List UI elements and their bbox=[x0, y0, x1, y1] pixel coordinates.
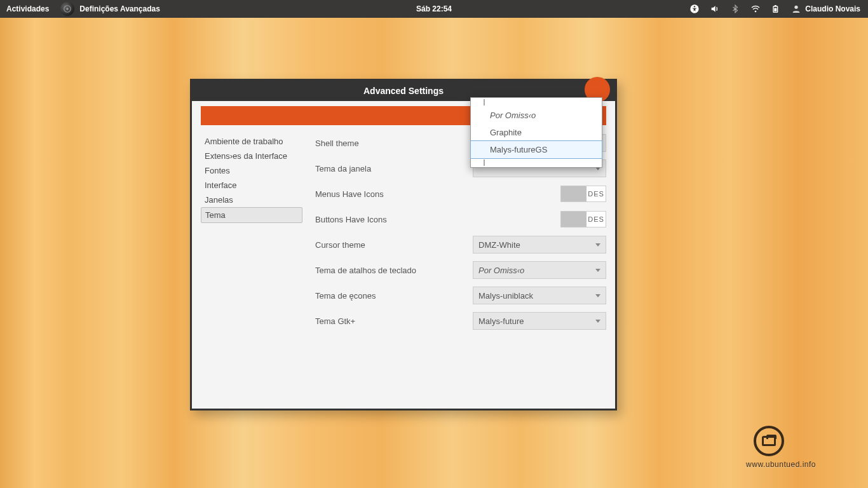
gtk-theme-combo[interactable]: Malys-future bbox=[473, 312, 606, 330]
dropdown-option-malys-futuregs[interactable]: Malys-futureGS bbox=[470, 140, 602, 159]
app-icon bbox=[60, 2, 74, 16]
gtk-theme-value: Malys-future bbox=[478, 316, 524, 326]
icon-theme-label: Tema de ęcones bbox=[315, 291, 473, 301]
window-title: Advanced Settings bbox=[363, 86, 444, 96]
gtk-theme-label: Tema Gtk+ bbox=[315, 316, 473, 326]
app-name-label[interactable]: Definições Avançadas bbox=[79, 4, 160, 13]
keyboard-theme-combo[interactable]: Por Omiss‹o bbox=[473, 261, 606, 279]
sidebar-item-interface[interactable]: Interface bbox=[201, 178, 302, 193]
cursor-theme-value: DMZ-White bbox=[478, 240, 520, 250]
user-name-label: Claudio Novais bbox=[805, 4, 860, 13]
dropdown-option-graphite[interactable]: Graphite bbox=[471, 124, 602, 141]
dropdown-popup: Por Omiss‹o Graphite Malys-futureGS bbox=[470, 97, 602, 168]
icon-theme-value: Malys-uniblack bbox=[478, 291, 533, 301]
top-bar: Actividades Definições Avançadas Sáb 22:… bbox=[0, 0, 868, 18]
lock-icon bbox=[754, 426, 784, 456]
sidebar-item-theme[interactable]: Tema bbox=[201, 207, 302, 223]
icon-theme-combo[interactable]: Malys-uniblack bbox=[473, 287, 606, 304]
keyboard-theme-value: Por Omiss‹o bbox=[478, 266, 524, 275]
buttons-have-icons-toggle[interactable]: DES bbox=[560, 211, 606, 227]
volume-icon[interactable] bbox=[710, 4, 720, 14]
sidebar: Ambiente de trabalho Extens›es da Interf… bbox=[201, 134, 302, 330]
chevron-down-icon bbox=[595, 269, 600, 272]
menus-have-icons-toggle[interactable]: DES bbox=[560, 186, 606, 202]
svg-point-8 bbox=[795, 6, 798, 9]
chevron-down-icon bbox=[595, 294, 600, 297]
battery-icon[interactable] bbox=[771, 4, 781, 14]
sidebar-item-desktop[interactable]: Ambiente de trabalho bbox=[201, 134, 302, 149]
clock[interactable]: Sáb 22:54 bbox=[416, 4, 452, 13]
chevron-down-icon bbox=[595, 243, 600, 247]
keyboard-theme-label: Tema de atalhos de teclado bbox=[315, 266, 473, 275]
user-icon bbox=[791, 4, 801, 14]
accessibility-icon[interactable] bbox=[689, 4, 700, 14]
site-logo: www.ubuntued.info bbox=[754, 426, 784, 460]
cursor-theme-label: Cursor theme bbox=[315, 240, 473, 250]
svg-point-1 bbox=[67, 8, 69, 10]
svg-point-3 bbox=[694, 6, 695, 7]
toggle-off-text: DES bbox=[587, 215, 606, 223]
svg-rect-6 bbox=[775, 5, 776, 6]
chevron-down-icon bbox=[595, 320, 600, 323]
wifi-icon[interactable] bbox=[750, 4, 761, 14]
toggle-knob bbox=[561, 186, 587, 201]
window-theme-label: Tema da janela bbox=[315, 164, 473, 173]
toggle-knob bbox=[561, 212, 587, 227]
buttons-have-icons-label: Buttons Have Icons bbox=[315, 215, 473, 224]
activities-button[interactable]: Actividades bbox=[6, 4, 49, 13]
toggle-off-text: DES bbox=[587, 190, 606, 198]
menus-have-icons-label: Menus Have Icons bbox=[315, 189, 473, 199]
user-menu[interactable]: Claudio Novais bbox=[791, 4, 860, 14]
site-url: www.ubuntued.info bbox=[746, 460, 816, 469]
cursor-theme-combo[interactable]: DMZ-White bbox=[473, 236, 606, 254]
sidebar-item-fonts[interactable]: Fontes bbox=[201, 163, 302, 178]
bluetooth-icon[interactable] bbox=[730, 4, 740, 14]
dropdown-option-default[interactable]: Por Omiss‹o bbox=[471, 107, 602, 124]
svg-rect-7 bbox=[775, 8, 777, 11]
sidebar-item-windows[interactable]: Janelas bbox=[201, 193, 302, 207]
sidebar-item-shell-extensions[interactable]: Extens›es da Interface bbox=[201, 149, 302, 163]
svg-point-4 bbox=[755, 11, 757, 13]
